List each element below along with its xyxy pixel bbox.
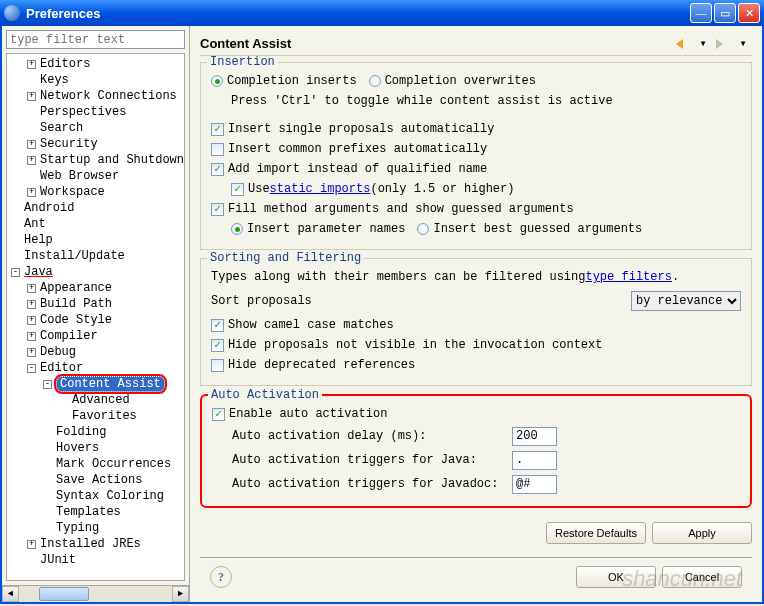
chk-add-import[interactable]: [211, 163, 224, 176]
tree-item-label: Editors: [40, 57, 90, 71]
tree-item[interactable]: +Workspace: [7, 184, 184, 200]
expand-icon[interactable]: +: [27, 332, 36, 341]
expand-icon[interactable]: +: [27, 284, 36, 293]
ok-button[interactable]: OK: [576, 566, 656, 588]
tree-item[interactable]: Folding: [7, 424, 184, 440]
expand-icon[interactable]: +: [27, 540, 36, 549]
preferences-tree[interactable]: +EditorsKeys+Network ConnectionsPerspect…: [6, 53, 185, 581]
scroll-thumb[interactable]: [39, 587, 89, 601]
tree-item[interactable]: +Network Connections: [7, 88, 184, 104]
chk-common-prefixes[interactable]: [211, 143, 224, 156]
tree-item-label: Debug: [40, 345, 76, 359]
radio-completion-inserts[interactable]: [211, 75, 223, 87]
tree-item-label: Compiler: [40, 329, 98, 343]
expand-icon[interactable]: +: [27, 316, 36, 325]
expand-icon[interactable]: +: [27, 92, 36, 101]
tree-item[interactable]: Keys: [7, 72, 184, 88]
back-menu-icon[interactable]: ▾: [694, 35, 712, 53]
collapse-icon[interactable]: -: [27, 364, 36, 373]
java-triggers-input[interactable]: [512, 451, 557, 470]
tree-item[interactable]: +Appearance: [7, 280, 184, 296]
tree-item[interactable]: Typing: [7, 520, 184, 536]
expand-icon[interactable]: +: [27, 140, 36, 149]
filter-input[interactable]: [6, 30, 185, 49]
tree-item-label: Perspectives: [40, 105, 126, 119]
tree-item[interactable]: Install/Update: [7, 248, 184, 264]
sort-proposals-select[interactable]: by relevance: [631, 291, 741, 311]
group-auto-title: Auto Activation: [208, 388, 322, 402]
tree-item[interactable]: Help: [7, 232, 184, 248]
collapse-icon[interactable]: -: [11, 268, 20, 277]
group-insertion-title: Insertion: [207, 56, 278, 69]
link-type-filters[interactable]: type filters: [585, 270, 671, 284]
close-button[interactable]: ✕: [738, 3, 760, 23]
forward-button[interactable]: [714, 35, 732, 53]
chk-single-proposals[interactable]: [211, 123, 224, 136]
tree-item-label: Android: [24, 201, 74, 215]
tree-item[interactable]: -Content Assist: [7, 376, 184, 392]
chk-camel-case[interactable]: [211, 319, 224, 332]
expand-icon[interactable]: +: [27, 60, 36, 69]
tree-item[interactable]: +Security: [7, 136, 184, 152]
tree-item-label: Search: [40, 121, 83, 135]
cancel-button[interactable]: Cancel: [662, 566, 742, 588]
tree-item[interactable]: Syntax Coloring: [7, 488, 184, 504]
scroll-right-icon[interactable]: ►: [172, 586, 189, 602]
tree-item[interactable]: Ant: [7, 216, 184, 232]
radio-best-guessed[interactable]: [417, 223, 429, 235]
minimize-button[interactable]: —: [690, 3, 712, 23]
group-insertion: Insertion Completion inserts Completion …: [200, 62, 752, 250]
forward-menu-icon[interactable]: ▾: [734, 35, 752, 53]
chk-fill-arguments[interactable]: [211, 203, 224, 216]
delay-input[interactable]: [512, 427, 557, 446]
radio-completion-overwrites[interactable]: [369, 75, 381, 87]
maximize-button[interactable]: ▭: [714, 3, 736, 23]
radio-completion-inserts-label: Completion inserts: [227, 74, 357, 88]
tree-item[interactable]: Android: [7, 200, 184, 216]
tree-item[interactable]: +Debug: [7, 344, 184, 360]
tree-hscroll[interactable]: ◄ ►: [2, 585, 189, 602]
tree-item[interactable]: -Java: [7, 264, 184, 280]
tree-item[interactable]: Perspectives: [7, 104, 184, 120]
tree-item[interactable]: +Startup and Shutdown: [7, 152, 184, 168]
chk-static-imports[interactable]: [231, 183, 244, 196]
tree-item[interactable]: -Editor: [7, 360, 184, 376]
expand-icon[interactable]: +: [27, 300, 36, 309]
tree-item[interactable]: Save Actions: [7, 472, 184, 488]
tree-item[interactable]: Search: [7, 120, 184, 136]
link-static-imports[interactable]: static imports: [270, 182, 371, 196]
tree-item-label: Build Path: [40, 297, 112, 311]
tree-item[interactable]: +Editors: [7, 56, 184, 72]
tree-item-label: Appearance: [40, 281, 112, 295]
help-button[interactable]: ?: [210, 566, 232, 588]
tree-item[interactable]: Web Browser: [7, 168, 184, 184]
chk-hide-invisible[interactable]: [211, 339, 224, 352]
tree-item[interactable]: +Build Path: [7, 296, 184, 312]
radio-parameter-names[interactable]: [231, 223, 243, 235]
radio-completion-overwrites-label: Completion overwrites: [385, 74, 536, 88]
tree-item[interactable]: +Code Style: [7, 312, 184, 328]
chk-enable-auto[interactable]: [212, 408, 225, 421]
expand-icon[interactable]: +: [27, 188, 36, 197]
chk-hide-deprecated[interactable]: [211, 359, 224, 372]
tree-item-label: Save Actions: [56, 473, 142, 487]
tree-item[interactable]: Favorites: [7, 408, 184, 424]
tree-item[interactable]: Mark Occurrences: [7, 456, 184, 472]
expand-icon[interactable]: +: [27, 348, 36, 357]
tree-item[interactable]: JUnit: [7, 552, 184, 568]
tree-item[interactable]: +Compiler: [7, 328, 184, 344]
scroll-left-icon[interactable]: ◄: [2, 586, 19, 602]
insertion-hint: Press 'Ctrl' to toggle while content ass…: [231, 91, 741, 111]
back-button[interactable]: [674, 35, 692, 53]
tree-item[interactable]: Advanced: [7, 392, 184, 408]
tree-item[interactable]: +Installed JREs: [7, 536, 184, 552]
tree-item[interactable]: Hovers: [7, 440, 184, 456]
expand-icon[interactable]: +: [27, 156, 36, 165]
collapse-icon[interactable]: -: [43, 380, 52, 389]
restore-defaults-button[interactable]: Restore Defaults: [546, 522, 646, 544]
tree-item-label: Installed JREs: [40, 537, 141, 551]
apply-button[interactable]: Apply: [652, 522, 752, 544]
tree-item-label: Folding: [56, 425, 106, 439]
javadoc-triggers-input[interactable]: [512, 475, 557, 494]
tree-item[interactable]: Templates: [7, 504, 184, 520]
